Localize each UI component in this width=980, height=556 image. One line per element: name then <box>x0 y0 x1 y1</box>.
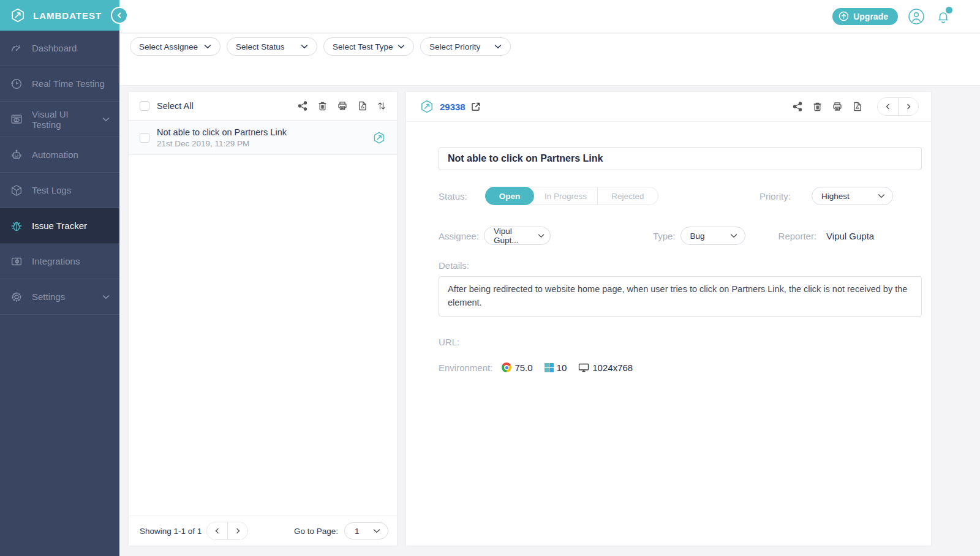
external-link-icon[interactable] <box>471 102 481 111</box>
details-text-box[interactable]: After being redirected to website home p… <box>439 276 922 317</box>
filter-select-priority[interactable]: Select Priority <box>420 37 511 56</box>
user-profile-icon[interactable] <box>908 8 925 25</box>
filter-select-status[interactable]: Select Status <box>227 37 317 56</box>
page-select[interactable]: 1 <box>344 522 388 539</box>
select-all-checkbox[interactable] <box>140 101 149 111</box>
sidebar-item-label: Issue Tracker <box>32 220 87 231</box>
sidebar-item-automation[interactable]: Automation <box>0 137 119 173</box>
lambdatest-logo-icon <box>10 7 26 23</box>
test-logs-icon <box>10 184 23 197</box>
filter-label: Select Priority <box>429 42 480 51</box>
environment-row: Environment: 75.0 10 1024x768 <box>439 363 922 373</box>
url-label: URL: <box>439 337 922 347</box>
type-value: Bug <box>690 231 705 241</box>
issue-list-item[interactable]: Not able to click on Partners Link 21st … <box>129 121 397 155</box>
prev-issue-button[interactable] <box>878 98 898 115</box>
lambdatest-issue-icon <box>420 99 434 114</box>
sidebar-item-visual-ui-testing[interactable]: Visual UI Testing <box>0 102 119 137</box>
sidebar-item-label: Integrations <box>32 256 80 266</box>
automation-icon <box>10 148 23 162</box>
type-label: Type: <box>653 231 676 241</box>
priority-dropdown[interactable]: Highest <box>812 187 893 205</box>
sidebar-item-settings[interactable]: Settings <box>0 279 119 315</box>
chevron-down-icon <box>301 44 308 49</box>
showing-count: Showing 1-1 of 1 <box>140 527 202 536</box>
sidebar-item-test-logs[interactable]: Test Logs <box>0 173 119 208</box>
integrations-icon <box>10 255 23 268</box>
status-in-progress-button[interactable]: In Progress <box>525 187 598 205</box>
page-number: 1 <box>355 527 360 536</box>
next-issue-button[interactable] <box>898 98 918 115</box>
sidebar-collapse-button[interactable] <box>111 7 128 24</box>
filter-label: Select Test Type <box>333 42 393 51</box>
list-pagination: Showing 1-1 of 1 Go to Page: 1 <box>129 516 397 546</box>
windows-os-icon <box>545 363 554 372</box>
issue-id-link[interactable]: 29338 <box>440 102 466 112</box>
environment-label: Environment: <box>439 363 492 373</box>
chevron-down-icon <box>204 44 211 49</box>
print-icon[interactable] <box>337 101 347 111</box>
type-dropdown[interactable]: Bug <box>680 227 745 245</box>
reporter-label: Reporter: <box>778 231 817 241</box>
reporter-value: Vipul Gupta <box>826 231 874 241</box>
upgrade-button[interactable]: Upgrade <box>832 8 898 25</box>
chevron-down-icon <box>730 233 737 238</box>
chevron-down-icon <box>878 193 885 198</box>
sort-icon[interactable] <box>377 101 386 111</box>
sidebar-item-label: Visual UI Testing <box>32 109 94 130</box>
gear-icon <box>10 290 23 304</box>
notification-badge <box>946 7 952 13</box>
lambdatest-source-icon <box>372 131 386 145</box>
issue-title-input[interactable] <box>439 147 922 170</box>
filter-label: Select Assignee <box>139 42 198 51</box>
select-all-label: Select All <box>157 101 194 111</box>
bug-icon <box>10 219 23 233</box>
delete-icon[interactable] <box>318 101 327 111</box>
sidebar-item-real-time-testing[interactable]: Real Time Testing <box>0 66 119 102</box>
sidebar-item-issue-tracker[interactable]: Issue Tracker <box>0 208 119 244</box>
status-open-button[interactable]: Open <box>485 187 534 205</box>
chevron-down-icon <box>494 44 502 49</box>
chevron-down-icon <box>538 233 545 238</box>
pdf-icon[interactable] <box>853 102 862 111</box>
list-header: Select All <box>129 92 397 121</box>
goto-page-label: Go to Page: <box>294 527 338 536</box>
sidebar-item-label: Test Logs <box>32 185 71 195</box>
next-page-button[interactable] <box>227 522 247 539</box>
filter-label: Select Status <box>236 42 285 51</box>
priority-value: Highest <box>821 192 850 201</box>
chevron-down-icon <box>102 117 110 122</box>
issue-title: Not able to click on Partners Link <box>157 127 287 137</box>
notifications-bell-icon[interactable] <box>935 8 952 25</box>
issue-checkbox[interactable] <box>140 133 149 143</box>
assignee-label: Assignee: <box>439 231 479 241</box>
issue-date: 21st Dec 2019, 11:29 PM <box>157 139 287 148</box>
issue-detail-panel: 29338 <box>406 92 931 546</box>
assignee-value: Vipul Gupt... <box>494 227 538 245</box>
print-icon[interactable] <box>832 102 842 111</box>
sidebar-item-integrations[interactable]: Integrations <box>0 244 119 279</box>
visual-ui-testing-icon <box>10 113 23 126</box>
status-segmented-control: Open In Progress Rejected <box>485 187 658 205</box>
sidebar-item-label: Automation <box>32 149 78 160</box>
upgrade-label: Upgrade <box>853 12 888 21</box>
pdf-icon[interactable] <box>358 101 367 111</box>
filter-bar: Select Assignee Select Status Select Tes… <box>119 34 980 85</box>
sidebar-item-dashboard[interactable]: Dashboard <box>0 31 119 66</box>
share-icon[interactable] <box>298 101 307 111</box>
filter-select-test-type[interactable]: Select Test Type <box>323 37 414 56</box>
delete-icon[interactable] <box>813 102 822 111</box>
details-label: Details: <box>439 260 922 271</box>
sidebar: LAMBDATEST Dashboard Real Time Testing <box>0 0 119 556</box>
sidebar-item-label: Dashboard <box>32 43 77 53</box>
brand-header: LAMBDATEST <box>0 0 119 31</box>
assignee-dropdown[interactable]: Vipul Gupt... <box>484 227 551 245</box>
filter-select-assignee[interactable]: Select Assignee <box>130 37 221 56</box>
brand-name: LAMBDATEST <box>33 10 102 21</box>
status-label: Status: <box>439 191 485 201</box>
share-icon[interactable] <box>793 102 802 111</box>
chevron-down-icon <box>102 295 110 299</box>
status-rejected-button[interactable]: Rejected <box>598 187 658 205</box>
dashboard-icon <box>10 42 23 55</box>
prev-page-button[interactable] <box>207 522 227 539</box>
